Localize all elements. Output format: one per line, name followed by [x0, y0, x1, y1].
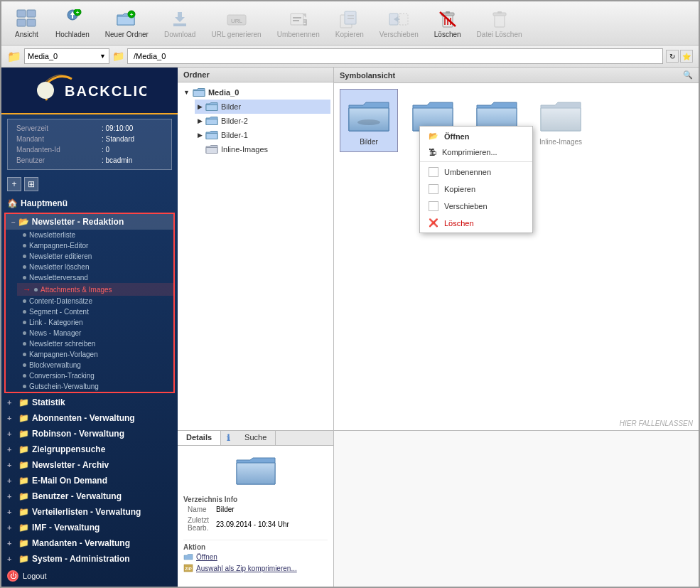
- serverzeit-label: Serverzeit: [15, 124, 99, 133]
- file-label-bilder: Bilder: [360, 138, 378, 146]
- sidebar-item-newsletter-redaktion[interactable]: − 📂 Newsletter - Redaktion: [6, 214, 173, 230]
- sidebar-item-newsletter-archiv[interactable]: + 📁 Newsletter - Archiv: [1, 457, 178, 473]
- sidebar-subitem-newsletter-loeschen[interactable]: Newsletter löschen: [17, 262, 173, 272]
- plus-icon-robinson: +: [7, 429, 16, 438]
- refresh-button[interactable]: ↻: [666, 50, 679, 63]
- sidebar-subitem-blockverwaltung[interactable]: Blockverwaltung: [17, 360, 173, 370]
- folder-icon-bilder2: [205, 115, 218, 127]
- sidebar-subitem-kampagnen-vorlagen[interactable]: Kampagnen-Vorlagen: [17, 349, 173, 360]
- bullet-icon: [23, 265, 26, 269]
- address-path[interactable]: /Media_0: [127, 48, 663, 64]
- info-tab[interactable]: ℹ: [221, 431, 236, 445]
- verzeichnis-info-label: Verzeichnis Info: [183, 496, 328, 503]
- sidebar-item-benutzer[interactable]: + 📁 Benutzer - Verwaltung: [1, 488, 178, 504]
- sidebar-subitem-attachments[interactable]: → Attachments & Images: [17, 283, 173, 296]
- mandanten-label: Mandanten - Verwaltung: [32, 538, 130, 548]
- drop-zone-text: HIER FALLENLASSEN: [620, 419, 693, 427]
- ctx-item-oeffnen[interactable]: 📂 Öffnen: [420, 128, 532, 144]
- suche-label: Suche: [244, 433, 266, 442]
- datei-loeschen-button[interactable]: Datei Löschen: [470, 5, 529, 41]
- file-label-inline: Inline-Images: [539, 138, 582, 146]
- symbolansicht-label: Symbolansicht: [340, 71, 395, 80]
- file-icon-bilder[interactable]: Bilder: [340, 89, 398, 152]
- url-generieren-button[interactable]: URL URL generieren: [205, 5, 267, 41]
- sidebar-item-imf[interactable]: + 📁 IMF - Verwaltung: [1, 520, 178, 535]
- mandanten-id-value: : 0: [100, 145, 164, 154]
- folder-tree: ▼ Media_0 ▶ Bilder ▶: [178, 82, 333, 430]
- bullet-icon: [23, 310, 26, 314]
- tree-item-bilder2-label: Bilder-2: [221, 117, 248, 125]
- sidebar-item-system-admin[interactable]: + 📁 System - Administration: [1, 551, 178, 567]
- sidebar-icon-add[interactable]: +: [7, 177, 21, 191]
- main-content: BACKCLICK Serverzeit: 09:10:00 Mandant: …: [1, 68, 699, 587]
- sidebar-item-robinson[interactable]: + 📁 Robinson - Verwaltung: [1, 426, 178, 442]
- folder-icon-abonnenten: 📁: [18, 413, 29, 423]
- ctx-item-loeschen[interactable]: ❌ Löschen: [420, 215, 532, 231]
- sidebar-subitem-news-manager[interactable]: News - Manager: [17, 328, 173, 338]
- sidebar-icon-grid[interactable]: ⊞: [24, 177, 38, 191]
- svg-rect-35: [497, 11, 502, 14]
- ctx-item-verschieben[interactable]: Verschieben: [420, 198, 532, 215]
- sidebar-subitem-link-kategorien[interactable]: Link - Kategorien: [17, 317, 173, 328]
- ansicht-button[interactable]: Ansicht: [7, 5, 46, 41]
- tree-item-bilder[interactable]: ▶ Bilder: [195, 100, 330, 114]
- ctx-item-komprimieren[interactable]: 🗜 Komprimieren...: [420, 144, 532, 160]
- sidebar-subitem-conversion-tracking[interactable]: Conversion-Tracking: [17, 370, 173, 381]
- sidebar-subitem-newsletter-editieren[interactable]: Newsletter editieren: [17, 251, 173, 262]
- file-icon-inline[interactable]: Inline-Images: [532, 89, 590, 152]
- file-manager: Ordner ▼ Media_0 ▶ Bilder: [178, 68, 699, 587]
- suche-tab[interactable]: Suche: [236, 431, 276, 445]
- oeffnen-link[interactable]: Öffnen: [183, 551, 328, 562]
- plus-icon-benutzer: +: [7, 492, 16, 501]
- folder-icon-inline: [205, 144, 218, 155]
- tree-expand-icon: ▼: [183, 89, 190, 96]
- benutzer-value: : bcadmin: [100, 156, 164, 165]
- sidebar-item-hauptmenu[interactable]: 🏠 Hauptmenü: [1, 196, 178, 211]
- ctx-komprimieren-icon: 🗜: [429, 148, 436, 156]
- tree-item-bilder2[interactable]: ▶ Bilder-2: [195, 114, 330, 128]
- tree-item-media0[interactable]: ▼ Media_0: [181, 85, 330, 100]
- sidebar-item-mandanten[interactable]: + 📁 Mandanten - Verwaltung: [1, 535, 178, 551]
- sidebar-subitem-newsletterversand[interactable]: Newsletterversand: [17, 272, 173, 283]
- neuer-ordner-button[interactable]: + Neuer Ordner: [99, 5, 155, 41]
- sidebar-subitem-newsletter-schreiben[interactable]: Newsletter schreiben: [17, 338, 173, 349]
- home-button[interactable]: ⭐: [680, 50, 693, 63]
- sidebar-subitem-kampagnen-editor[interactable]: Kampagnen-Editor: [17, 240, 173, 251]
- folder-icon-verteil: 📁: [18, 507, 29, 517]
- sidebar-subitem-segment-content[interactable]: Segment - Content: [17, 306, 173, 317]
- download-button[interactable]: Download: [158, 5, 202, 41]
- svg-text:+: +: [76, 9, 80, 16]
- tree-item-inline-label: Inline-Images: [221, 145, 268, 154]
- hochladen-button[interactable]: + Hochladen: [49, 5, 96, 41]
- sidebar-subitem-gutschein-verwaltung[interactable]: Gutschein-Verwaltung: [17, 381, 173, 392]
- folder-panel: Ordner ▼ Media_0 ▶ Bilder: [178, 68, 334, 430]
- tree-item-inline-images[interactable]: ▶ Inline-Images: [195, 142, 330, 156]
- sidebar-item-zielgruppensuche[interactable]: + 📁 Zielgruppensuche: [1, 442, 178, 457]
- folder-icon-eod: 📁: [18, 476, 29, 486]
- sidebar-item-email-on-demand[interactable]: + 📁 E-Mail On Demand: [1, 473, 178, 488]
- ctx-item-kopieren[interactable]: Kopieren: [420, 181, 532, 198]
- folder-icon-system: 📁: [18, 554, 29, 564]
- sidebar-subitem-newsletterliste[interactable]: Newsletterliste: [17, 230, 173, 240]
- bullet-icon: [23, 233, 26, 237]
- ctx-item-umbenennen[interactable]: Umbenennen: [420, 164, 532, 181]
- umbenennen-button[interactable]: Umbenennen: [271, 5, 326, 41]
- sidebar-item-logout[interactable]: ⏻ Logout: [1, 567, 178, 585]
- loeschen-button[interactable]: Löschen: [428, 5, 468, 41]
- sidebar-subitem-content-datensaetze[interactable]: Content-Datensätze: [17, 296, 173, 306]
- sidebar-item-statistik[interactable]: + 📁 Statistik: [1, 395, 178, 410]
- newsletter-archiv-label: Newsletter - Archiv: [32, 460, 109, 470]
- sidebar-item-abonnenten[interactable]: + 📁 Abonnenten - Verwaltung: [1, 410, 178, 426]
- details-tab[interactable]: Details: [178, 431, 221, 445]
- ansicht-icon: [16, 8, 38, 31]
- verschieben-button[interactable]: Verschieben: [373, 5, 425, 41]
- serverzeit-value: : 09:10:00: [100, 124, 164, 133]
- folder-icon-mandanten: 📁: [18, 538, 29, 548]
- svg-rect-28: [446, 11, 450, 14]
- tree-item-bilder1[interactable]: ▶ Bilder-1: [195, 128, 330, 142]
- media-dropdown[interactable]: Media_0 ▼: [24, 48, 109, 64]
- sidebar-item-verteilerlisten[interactable]: + 📁 Verteilerlisten - Verwaltung: [1, 504, 178, 520]
- zip-compress-link[interactable]: ZIP Auswahl als Zip komprimieren...: [183, 562, 328, 574]
- search-icon[interactable]: 🔍: [683, 70, 693, 80]
- kopieren-button[interactable]: Kopieren: [329, 5, 370, 41]
